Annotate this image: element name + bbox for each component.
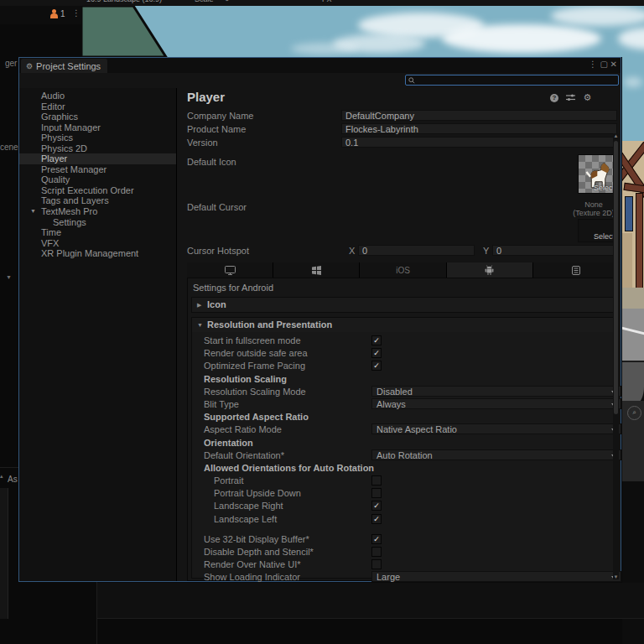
setting-row: Resolution Scaling ModeDisabled [192,385,614,397]
search-input[interactable] [415,75,611,86]
expand-arrow-icon[interactable]: ▼ [30,206,36,217]
sidebar-item-audio[interactable]: Audio [19,91,176,101]
project-settings-tab[interactable]: ⚙ Project Settings [21,59,107,73]
project-panel-arrow: ▴ [0,473,3,480]
tab-android[interactable] [447,262,533,278]
help-icon[interactable]: ? [550,94,558,102]
scene-item-fragment: cene [0,143,18,152]
checkbox[interactable]: ✓ [371,514,382,524]
sidebar-item-preset-manager[interactable]: Preset Manager [19,164,176,175]
aspect-ratio-dropdown[interactable]: 16:9 Landscape (16:9) [86,0,162,3]
sidebar-item-physics-2d[interactable]: Physics 2D [19,143,176,154]
field-row: Version0.1 [177,136,621,149]
settings-search-field[interactable] [405,75,619,86]
default-cursor-select-button[interactable]: Select [594,232,615,241]
default-icon-thumbnail[interactable]: Select [578,154,617,194]
setting-row: Blit TypeAlways [192,397,614,410]
setting-label: Landscape Left [214,514,277,524]
gear-icon: ⚙ [26,62,33,70]
fx-toggle[interactable]: FX [322,0,332,3]
sidebar-item-physics[interactable]: Physics [19,132,176,143]
icon-section[interactable]: ▶ Icon [191,297,615,313]
checkbox[interactable] [371,475,382,486]
preset-icon[interactable] [566,93,575,102]
checkbox[interactable] [371,488,382,498]
game-view[interactable] [81,6,644,57]
checkbox[interactable] [371,559,382,569]
scroll-down-arrow[interactable]: ▼ [613,574,619,579]
project-settings-window: ⚙ Project Settings ⋮ ▢ ✕ AudioEditorGrap… [18,57,621,582]
tab-windows-store[interactable] [273,262,360,278]
sidebar-item-player[interactable]: Player [19,153,176,164]
scroll-up-arrow[interactable]: ▲ [613,133,619,138]
player-settings-panel: Player ? ⚙ Company NameDefaultCompanyPro… [177,88,621,581]
resolution-section-header[interactable]: ▼ Resolution and Presentation [192,318,614,332]
dropdown[interactable]: Large [371,571,621,582]
settings-scrollbar[interactable]: ▲ ▼ [613,133,619,579]
scale-slider-label[interactable]: Scale [195,0,214,3]
scale-slider-knob[interactable]: ● [225,0,229,3]
checkbox[interactable]: ✓ [371,534,382,544]
tab-webgl[interactable] [533,262,619,278]
android-settings-box: Settings for Android ▶ Icon ▼ Resolution… [187,278,619,581]
sidebar-item-tags-and-layers[interactable]: Tags and Layers [19,195,176,206]
default-cursor-thumbnail[interactable]: Select [578,219,617,242]
field-input[interactable]: 0.1 [341,137,617,148]
close-icon[interactable]: ✕ [610,60,617,69]
tab-ios[interactable]: iOS [360,262,446,278]
setting-label: Disable Depth and Stencil* [204,547,314,557]
checkbox[interactable]: ✓ [371,335,382,345]
webgl-icon [572,266,580,275]
window-menu-icon[interactable]: ⋮ [589,60,597,69]
default-cursor-value[interactable]: None (Texture 2D) [569,200,618,217]
foldout-arrow-fragment: ▼ [6,274,12,280]
field-input[interactable]: Flockes-Labyrinth [341,123,617,134]
hotspot-x-input[interactable]: 0 [358,245,475,256]
tab-standalone[interactable] [187,262,273,278]
dropdown[interactable]: Disabled [371,386,621,397]
hotspot-y-input[interactable]: 0 [492,245,617,256]
field-input[interactable]: DefaultCompany [341,110,617,121]
checkbox[interactable]: ✓ [371,348,382,358]
setting-row: Use 32-bit Display Buffer*✓ [192,532,614,545]
search-icon [408,77,415,84]
setting-row: Portrait [192,474,614,486]
dropdown[interactable]: Always [371,398,621,409]
sidebar-item-time[interactable]: Time [19,227,176,238]
sidebar-item-xr-plugin-management[interactable]: XR Plugin Management [19,248,176,259]
collab-strip: 1 ⋮ [0,6,81,24]
project-panel-scrollbar[interactable] [0,488,8,619]
maximize-icon[interactable]: ▢ [600,60,608,69]
cursor-hotspot-row: Cursor Hotspot X 0 Y 0 [177,244,621,257]
setting-label: Start in fullscreen mode [204,335,301,345]
sidebar-item-quality[interactable]: Quality [19,174,176,185]
setting-row: Default Orientation*Auto Rotation [192,449,614,461]
collab-person-icon[interactable] [50,9,59,19]
sidebar-item-editor[interactable]: Editor [19,101,176,112]
setting-row: Orientation [192,436,614,449]
game-view-right-strip: ⌕ [622,57,644,644]
sidebar-item-textmesh-pro[interactable]: ▼TextMesh Pro [19,206,176,217]
sidebar-item-input-manager[interactable]: Input Manager [19,122,176,133]
checkbox[interactable]: ✓ [371,501,382,511]
kebab-menu-icon[interactable]: ⋮ [72,8,80,18]
scrollbar-thumb[interactable] [614,141,618,414]
sidebar-item-graphics[interactable]: Graphics [19,112,176,122]
resolution-presentation-section: ▼ Resolution and Presentation Start in f… [191,317,615,579]
sidebar-item-settings[interactable]: Settings [19,217,176,228]
field-label: Product Name [187,124,246,134]
dropdown[interactable]: Native Aspect Ratio [371,423,621,434]
gear-icon[interactable]: ⚙ [583,93,592,102]
dropdown[interactable]: Auto Rotation [371,449,621,460]
default-icon-select-button[interactable]: Select [594,184,615,192]
sidebar-item-vfx[interactable]: VFX [19,238,176,249]
setting-row: Aspect Ratio ModeNative Aspect Ratio [192,423,614,435]
sidebar-item-script-execution-order[interactable]: Script Execution Order [19,185,176,196]
checkbox[interactable] [371,547,382,557]
default-cursor-label: Default Cursor [187,202,247,212]
setting-row: Landscape Left✓ [192,512,614,525]
cursor-hotspot-label: Cursor Hotspot [187,246,249,256]
collab-user-count: 1 [60,9,65,18]
checkbox[interactable]: ✓ [371,361,382,371]
project-assets-tab-fragment[interactable]: As [8,475,18,484]
